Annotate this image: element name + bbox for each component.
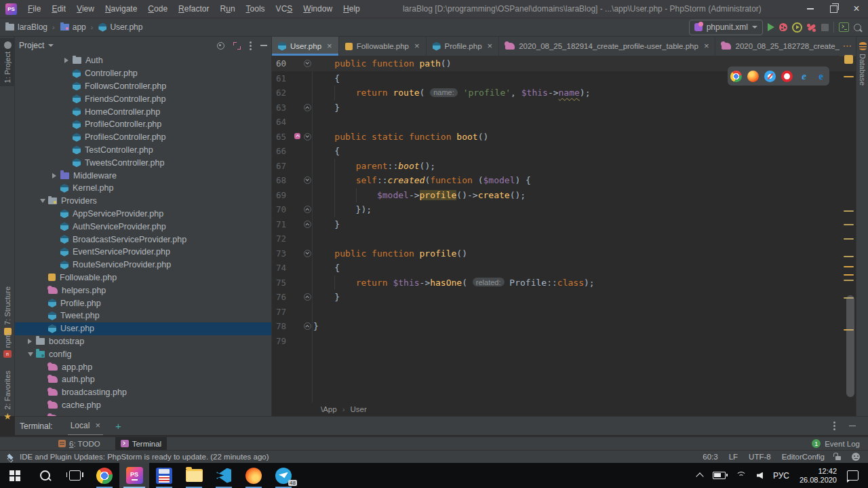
menu-item-view[interactable]: View <box>71 0 100 18</box>
code-line[interactable]: 63 } <box>272 100 856 115</box>
code-line[interactable]: 62 return route( name: 'profile', $this-… <box>272 86 856 100</box>
run-button[interactable] <box>768 23 774 31</box>
toolwindow-button-todo[interactable]: 6: TODO <box>53 437 106 450</box>
code-line[interactable]: 70 }); <box>272 202 856 217</box>
project-panel-title[interactable]: Project <box>19 41 44 50</box>
fold-collapse-icon[interactable] <box>304 176 311 184</box>
tree-item-testcontroller-php[interactable]: TestController.php <box>15 144 271 157</box>
menu-item-refactor[interactable]: Refactor <box>173 0 214 18</box>
status-message[interactable]: IDE and Plugin Updates: PhpStorm is read… <box>20 453 269 461</box>
error-stripe-mark[interactable] <box>844 266 854 267</box>
code-line[interactable]: 77 <box>272 305 856 320</box>
tree-item-broadcastserviceprovider-php[interactable]: BroadcastServiceProvider.php <box>15 233 271 246</box>
fold-collapse-icon[interactable] <box>304 133 311 140</box>
tree-item-routeserviceprovider-php[interactable]: RouteServiceProvider.php <box>15 259 271 271</box>
panel-options-icon[interactable] <box>250 45 252 47</box>
tree-item-tweet-php[interactable]: Tweet.php <box>15 309 271 322</box>
sidebar-item-npm[interactable]: npm n <box>0 333 15 358</box>
code-line[interactable]: 78} <box>272 319 856 334</box>
tree-item-followscontroller-php[interactable]: FollowsController.php <box>15 80 271 93</box>
start-button[interactable] <box>0 463 30 488</box>
sidebar-item-favorites[interactable]: 2: Favorites ★ <box>0 371 15 421</box>
tree-item-middleware[interactable]: Middleware <box>15 169 271 182</box>
editor-scrollbar[interactable] <box>846 295 854 397</box>
taskbar-firefox[interactable] <box>239 463 269 488</box>
taskbar-telegram[interactable]: 48 <box>269 463 298 488</box>
tab-user-php[interactable]: User.php× <box>272 37 339 56</box>
tree-item-profile-php[interactable]: Profile.php <box>15 297 271 309</box>
breadcrumb-item[interactable]: User.php <box>98 22 142 32</box>
breadcrumb-item[interactable]: app <box>60 22 86 32</box>
opera-browser-icon[interactable] <box>781 71 793 82</box>
run-configuration-select[interactable]: phpunit.xml <box>689 20 763 35</box>
fold-end-icon[interactable] <box>304 293 311 301</box>
fold-collapse-icon[interactable] <box>304 250 311 257</box>
menu-item-help[interactable]: Help <box>338 0 366 18</box>
inspections-status-widget[interactable] <box>844 55 853 64</box>
volume-icon[interactable] <box>757 472 763 479</box>
tree-item-profilecontroller-php[interactable]: ProfileController.php <box>15 118 271 131</box>
chevron-expanded-icon[interactable] <box>40 199 45 203</box>
fold-collapse-icon[interactable] <box>304 60 311 67</box>
error-stripe-mark[interactable] <box>844 274 854 276</box>
encoding-widget[interactable]: UTF-8 <box>749 453 771 461</box>
update-notification-icon[interactable] <box>7 453 14 461</box>
menu-item-run[interactable]: Run <box>215 0 241 18</box>
unlock-icon[interactable] <box>835 456 841 460</box>
chevron-collapsed-icon[interactable] <box>28 339 32 344</box>
tree-item-auth-php[interactable]: auth.php <box>15 373 271 386</box>
menu-item-file[interactable]: File <box>22 0 46 18</box>
taskbar-explorer[interactable] <box>179 463 209 488</box>
maximize-button[interactable] <box>822 0 845 18</box>
tray-expand-icon[interactable] <box>696 472 703 480</box>
fold-end-icon[interactable] <box>304 221 311 228</box>
chrome-browser-icon[interactable] <box>730 71 742 82</box>
safari-browser-icon[interactable] <box>764 71 776 82</box>
code-line[interactable]: 71 } <box>272 217 856 232</box>
close-button[interactable]: × <box>845 0 868 18</box>
tree-item-controller-php[interactable]: Controller.php <box>15 67 271 80</box>
editor-breadcrumb-item[interactable]: \App <box>321 405 337 413</box>
close-icon[interactable]: × <box>488 43 493 50</box>
editorconfig-widget[interactable]: EditorConfig <box>782 453 825 461</box>
override-marker-icon[interactable] <box>294 133 300 139</box>
tree-item-app-php[interactable]: app.php <box>15 360 271 373</box>
taskbar-search-button[interactable] <box>30 463 60 488</box>
tree-item-tweetscontroller-php[interactable]: TweetsController.php <box>15 156 271 169</box>
hide-terminal-icon[interactable] <box>849 426 856 427</box>
collapse-all-icon[interactable] <box>233 42 241 50</box>
language-indicator[interactable]: РУС <box>773 471 789 481</box>
code-line[interactable]: 65 public static function boot() <box>272 130 856 145</box>
code-editor[interactable]: 60 public function path()61 {62 return r… <box>272 56 856 348</box>
error-stripe-mark[interactable] <box>844 280 854 281</box>
menu-item-window[interactable]: Window <box>298 0 338 18</box>
firefox-browser-icon[interactable] <box>747 71 759 82</box>
close-icon[interactable]: × <box>95 422 100 429</box>
tab-profile-php[interactable]: Profile.php× <box>427 37 500 56</box>
error-stripe-mark[interactable] <box>844 256 854 257</box>
code-line[interactable]: 67 parent::boot(); <box>272 159 856 174</box>
tree-item-appserviceprovider-php[interactable]: AppServiceProvider.php <box>15 208 271 221</box>
code-line[interactable]: 73 public function profile() <box>272 246 856 261</box>
sidebar-item-database[interactable]: Database <box>856 42 868 86</box>
battery-icon[interactable] <box>713 472 726 479</box>
sidebar-item-structure[interactable]: 7: Structure <box>0 286 15 335</box>
code-line[interactable]: 75 return $this->hasOne( related: Profil… <box>272 276 856 290</box>
code-line[interactable]: 72 <box>272 231 856 246</box>
tab-followable-php[interactable]: Followable.php× <box>339 37 427 56</box>
code-line[interactable]: 68 self::created(function ($model) { <box>272 173 856 188</box>
code-line[interactable]: 64 <box>272 115 856 130</box>
code-line[interactable]: 66 { <box>272 144 856 159</box>
menu-item-tools[interactable]: Tools <box>241 0 271 18</box>
code-line[interactable]: 79 <box>272 334 856 349</box>
chevron-collapsed-icon[interactable] <box>64 58 68 63</box>
editor-breadcrumb-item[interactable]: User <box>351 405 367 413</box>
inspector-icon[interactable] <box>852 453 860 461</box>
tree-item-bootstrap[interactable]: bootstrap <box>15 335 271 348</box>
event-log-button[interactable]: 1 Event Log <box>812 439 868 448</box>
tree-item-cache-php[interactable]: cache.php <box>15 399 271 412</box>
close-icon[interactable]: × <box>327 43 332 50</box>
chevron-down-icon[interactable] <box>48 44 54 47</box>
error-stripe-mark[interactable] <box>844 76 854 77</box>
edge-browser-icon[interactable]: e <box>815 71 827 82</box>
